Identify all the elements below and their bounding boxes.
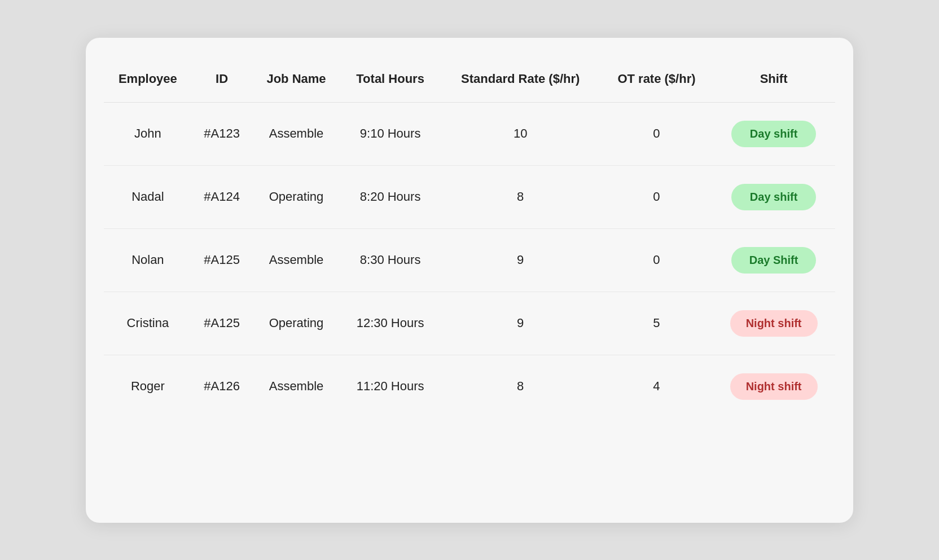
cell-id: #A126 bbox=[192, 355, 252, 418]
col-header-shift: Shift bbox=[712, 56, 835, 103]
col-header-employee: Employee bbox=[104, 56, 192, 103]
cell-id: #A125 bbox=[192, 228, 252, 292]
cell-job_name: Assemble bbox=[252, 228, 340, 292]
table-row: Roger#A126Assemble11:20 Hours84Night shi… bbox=[104, 355, 835, 418]
cell-standard_rate: 9 bbox=[440, 292, 601, 355]
cell-employee: Nadal bbox=[104, 165, 192, 228]
cell-employee: Roger bbox=[104, 355, 192, 418]
cell-job_name: Operating bbox=[252, 165, 340, 228]
cell-standard_rate: 8 bbox=[440, 165, 601, 228]
cell-total_hours: 12:30 Hours bbox=[341, 292, 440, 355]
cell-ot_rate: 0 bbox=[601, 102, 712, 165]
cell-job_name: Assemble bbox=[252, 355, 340, 418]
cell-total_hours: 8:20 Hours bbox=[341, 165, 440, 228]
employee-table: Employee ID Job Name Total Hours Standar… bbox=[104, 56, 835, 418]
cell-ot_rate: 0 bbox=[601, 165, 712, 228]
cell-id: #A125 bbox=[192, 292, 252, 355]
cell-total_hours: 11:20 Hours bbox=[341, 355, 440, 418]
cell-total_hours: 9:10 Hours bbox=[341, 102, 440, 165]
table-row: Nolan#A125Assemble8:30 Hours90Day Shift bbox=[104, 228, 835, 292]
shift-badge: Day shift bbox=[731, 184, 816, 210]
shift-badge: Night shift bbox=[730, 310, 818, 337]
cell-job_name: Operating bbox=[252, 292, 340, 355]
col-header-standard-rate: Standard Rate ($/hr) bbox=[440, 56, 601, 103]
cell-shift: Day shift bbox=[712, 165, 835, 228]
table-row: Cristina#A125Operating12:30 Hours95Night… bbox=[104, 292, 835, 355]
cell-employee: Cristina bbox=[104, 292, 192, 355]
cell-id: #A123 bbox=[192, 102, 252, 165]
col-header-id: ID bbox=[192, 56, 252, 103]
cell-employee: John bbox=[104, 102, 192, 165]
shift-badge: Day Shift bbox=[731, 247, 816, 274]
cell-ot_rate: 4 bbox=[601, 355, 712, 418]
cell-standard_rate: 9 bbox=[440, 228, 601, 292]
cell-shift: Day Shift bbox=[712, 228, 835, 292]
cell-id: #A124 bbox=[192, 165, 252, 228]
cell-ot_rate: 0 bbox=[601, 228, 712, 292]
cell-shift: Night shift bbox=[712, 355, 835, 418]
col-header-job-name: Job Name bbox=[252, 56, 340, 103]
main-card: Employee ID Job Name Total Hours Standar… bbox=[86, 38, 853, 523]
cell-standard_rate: 8 bbox=[440, 355, 601, 418]
cell-job_name: Assemble bbox=[252, 102, 340, 165]
cell-total_hours: 8:30 Hours bbox=[341, 228, 440, 292]
cell-ot_rate: 5 bbox=[601, 292, 712, 355]
shift-badge: Night shift bbox=[730, 373, 818, 400]
table-header-row: Employee ID Job Name Total Hours Standar… bbox=[104, 56, 835, 103]
cell-standard_rate: 10 bbox=[440, 102, 601, 165]
table-row: John#A123Assemble9:10 Hours100Day shift bbox=[104, 102, 835, 165]
cell-shift: Day shift bbox=[712, 102, 835, 165]
shift-badge: Day shift bbox=[731, 121, 816, 147]
col-header-total-hours: Total Hours bbox=[341, 56, 440, 103]
cell-shift: Night shift bbox=[712, 292, 835, 355]
table-row: Nadal#A124Operating8:20 Hours80Day shift bbox=[104, 165, 835, 228]
cell-employee: Nolan bbox=[104, 228, 192, 292]
col-header-ot-rate: OT rate ($/hr) bbox=[601, 56, 712, 103]
